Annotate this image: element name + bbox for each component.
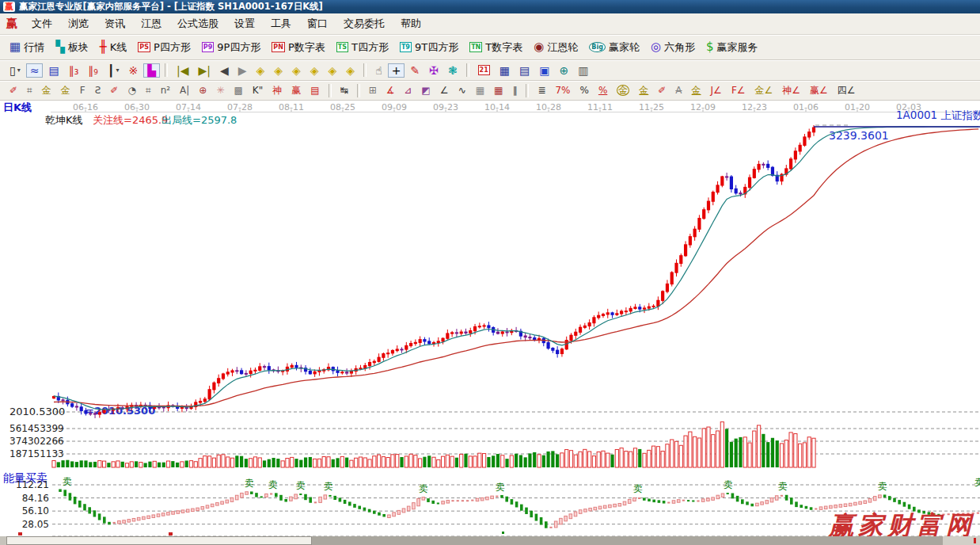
t-square-button[interactable]: TST四方形	[332, 39, 394, 56]
quotes-button[interactable]: ▦行情	[6, 39, 50, 56]
calculator-button[interactable]: ▦	[496, 63, 514, 78]
k-quote-button[interactable]: K"	[249, 84, 267, 97]
diamond-expand-button[interactable]: ◈	[306, 63, 323, 78]
diamond-right-button[interactable]: ◈	[270, 63, 287, 78]
scrollbar-left-button[interactable]	[0, 536, 6, 545]
pan-hand-button[interactable]: ☝	[371, 63, 386, 78]
candle-chart-button[interactable]: ▯▾	[6, 63, 25, 78]
a-wave-button[interactable]: A	[671, 84, 686, 97]
shen-angle-button[interactable]: 神∠	[778, 84, 804, 97]
gold-gate-1-button[interactable]: 金	[38, 84, 55, 97]
ying-angle-button[interactable]: 赢∠	[806, 84, 832, 97]
grid-gray-button[interactable]: ▦	[472, 84, 488, 97]
angle-set-button[interactable]: ∠	[436, 84, 453, 97]
comb-tool-button[interactable]: ⌗	[142, 84, 155, 97]
diamond-left-button[interactable]: ◈	[252, 63, 268, 78]
crosshair-button[interactable]: +	[388, 63, 405, 78]
stamp-tool-button[interactable]: ✠	[425, 63, 443, 78]
diamond-horizontal-button[interactable]: ◈	[288, 63, 305, 78]
zigzag-tool-button[interactable]: ∿	[454, 84, 470, 97]
winner-service-button[interactable]: $赢家服务	[702, 39, 764, 56]
chart-canvas[interactable]: 06-1606-3007-1407-2808-1108-2509-0909-23…	[0, 101, 980, 537]
fan-lines-button[interactable]: ∡	[382, 84, 399, 97]
measure-pen-button[interactable]: ✐	[106, 84, 122, 97]
fan-box-fill-button[interactable]: ◩	[418, 84, 435, 97]
pattern-tool-button[interactable]: ❃	[444, 63, 462, 78]
calendar-button[interactable]: 21	[474, 63, 494, 77]
scrollbar-thumb[interactable]	[6, 536, 312, 545]
spiral-tool-button[interactable]: Ƨ	[91, 84, 105, 97]
f-gate-button[interactable]: F	[76, 84, 89, 97]
trend-annotate-button[interactable]: ✎	[406, 63, 424, 78]
gann-angle-pen-button[interactable]: ✐	[6, 84, 21, 97]
gann-wheel-button[interactable]: ◉江恩轮	[530, 39, 583, 56]
menu-item-窗口[interactable]: 窗口	[299, 17, 336, 29]
flag-pen-button[interactable]: ✐	[654, 84, 670, 97]
diamond-compress-button[interactable]: ◈	[325, 63, 341, 78]
square-web-button[interactable]: ▩	[230, 84, 246, 97]
shen-grid-button[interactable]: 神	[268, 84, 286, 97]
n-square-button[interactable]: n²	[157, 84, 174, 97]
menu-item-资讯[interactable]: 资讯	[97, 17, 133, 29]
volume-bar-down	[776, 440, 779, 467]
diamond-all-button[interactable]: ◈	[342, 63, 359, 78]
gold-angle-button[interactable]: 金∠	[751, 84, 777, 97]
percent-retrace-button[interactable]: 7%	[551, 84, 574, 97]
four-angle-button[interactable]: 四∠	[834, 84, 860, 97]
menu-item-帮助[interactable]: 帮助	[393, 17, 429, 29]
t-number-table-button[interactable]: TNT数字表	[465, 39, 528, 56]
color-chart-button[interactable]: ▙	[143, 63, 160, 78]
menu-item-交易委托[interactable]: 交易委托	[336, 17, 393, 29]
gold-under-button[interactable]: 金	[688, 84, 705, 97]
percent-line-button[interactable]: %	[594, 84, 611, 97]
ying-grid-button[interactable]: 赢	[287, 84, 305, 97]
f-angle-button[interactable]: F∠	[727, 84, 750, 97]
bars-3-button[interactable]: ∥₃	[65, 63, 83, 78]
9p-square-button[interactable]: P99P四方形	[198, 39, 267, 56]
width-measure-button[interactable]: ↹	[336, 84, 352, 97]
mirror-a-button[interactable]: A|	[176, 84, 193, 97]
percent-button[interactable]: %	[575, 84, 592, 97]
p-number-table-button[interactable]: PNP数字表	[268, 39, 330, 56]
thin-candle-button[interactable]: ┃▾	[104, 63, 123, 78]
gold-circle-button[interactable]: 金	[613, 83, 633, 97]
save-button[interactable]: ▣	[535, 63, 553, 78]
bars-9-button[interactable]: ∥₉	[84, 63, 102, 78]
parallel-lines-button[interactable]: ∥	[508, 84, 521, 97]
gold-line-button[interactable]: 金	[635, 84, 652, 97]
menu-item-工具[interactable]: 工具	[263, 17, 299, 29]
sectors-button[interactable]: ▚板块	[51, 39, 94, 56]
fan-box-button[interactable]: ⊿	[400, 84, 416, 97]
price-ladder-button[interactable]: ≣	[534, 84, 549, 97]
qiankun-tool-button[interactable]: ※	[124, 63, 142, 78]
step-next-button[interactable]: ▶	[234, 63, 251, 78]
9t-square-button[interactable]: T99T四方形	[396, 39, 464, 56]
winner-wheel-button[interactable]: Big赢家轮	[585, 39, 645, 56]
menu-item-设置[interactable]: 设置	[226, 17, 263, 29]
notes-button[interactable]: ▤	[515, 63, 534, 78]
horizontal-scrollbar[interactable]	[0, 536, 980, 545]
info-card-button[interactable]: ▤	[44, 63, 63, 78]
menu-item-浏览[interactable]: 浏览	[60, 17, 97, 29]
hexagon-button[interactable]: ◎六角形	[647, 39, 701, 56]
grid-red-button[interactable]: ▦	[490, 84, 507, 97]
gann-circle-button[interactable]: ⊕	[195, 84, 211, 97]
menu-item-文件[interactable]: 文件	[24, 17, 60, 29]
ruler-125-button[interactable]: ▤	[306, 84, 323, 97]
curve-mode-button[interactable]: ≈	[26, 63, 44, 78]
export-web-button[interactable]: ⊕	[555, 63, 572, 78]
jump-last-button[interactable]: ▶|	[194, 63, 214, 78]
jump-first-button[interactable]: |◀	[173, 63, 192, 78]
gold-gate-2-button[interactable]: 金	[57, 84, 74, 97]
p-square-button[interactable]: PSP四方形	[134, 39, 196, 56]
box-select-button[interactable]: ⊞	[365, 84, 381, 97]
time-cycle-button[interactable]: ◔	[123, 84, 139, 97]
star-web-button[interactable]: ✳	[212, 84, 228, 97]
step-prev-button[interactable]: ◀	[216, 63, 233, 78]
j-angle-button[interactable]: J∠	[707, 84, 726, 97]
print-button[interactable]: ▥	[574, 63, 592, 78]
menu-item-江恩[interactable]: 江恩	[133, 17, 169, 29]
grid-comb-button[interactable]: ⌗	[23, 84, 36, 97]
menu-item-公式选股[interactable]: 公式选股	[169, 17, 226, 29]
kline-button[interactable]: ╫K线	[96, 39, 133, 56]
